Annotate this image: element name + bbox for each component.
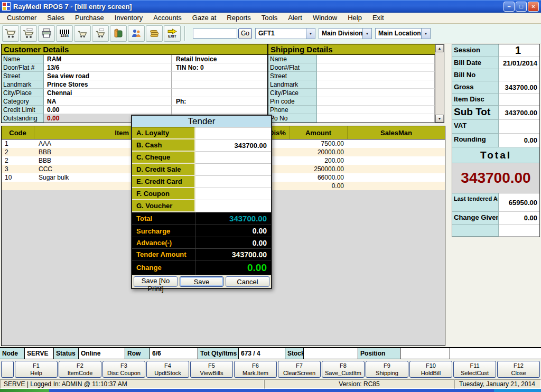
menu-tools[interactable]: Tools <box>256 13 283 23</box>
shipping-row: Door#/Flat <box>268 63 435 72</box>
menu-reports[interactable]: Reports <box>221 13 256 23</box>
customer-row-credit-limit: Credit Limit 0.00 <box>2 106 267 114</box>
field-value[interactable] <box>317 55 435 63</box>
item-salesman <box>348 156 445 165</box>
f12-close-button[interactable]: F12 Close <box>497 361 540 378</box>
basket-button[interactable] <box>74 25 91 42</box>
bill-123-button[interactable] <box>20 25 37 42</box>
store-combo[interactable]: GFT1 ▼ <box>255 28 315 39</box>
field-value[interactable] <box>317 97 435 106</box>
tin-number: TIN No: 0 <box>172 63 267 72</box>
field-value[interactable] <box>317 89 435 97</box>
tender-mode-label: C. Cheque <box>132 152 195 164</box>
item-code: 2 <box>2 148 34 156</box>
tender-mode-value[interactable] <box>195 176 271 188</box>
tender-mode-value[interactable] <box>195 152 271 164</box>
menu-help[interactable]: Help <box>342 13 367 23</box>
empty-label-cell <box>452 225 499 237</box>
field-value[interactable]: 0.00 <box>44 106 172 114</box>
f1-help-button[interactable]: F1 Help <box>15 361 58 378</box>
tender-mode-value[interactable] <box>195 200 271 212</box>
blank-function-button[interactable] <box>1 361 14 378</box>
tender-totals-section: Total 343700.00 Surcharge 0.00 Advance(-… <box>132 212 271 275</box>
tender-mode-value[interactable] <box>195 188 271 200</box>
f2-itemcode-button[interactable]: F2 ItemCode <box>59 361 101 378</box>
chevron-down-icon[interactable]: ▼ <box>306 29 315 39</box>
fkey-key: F6 <box>252 362 259 369</box>
menu-exit[interactable]: Exit <box>367 13 389 23</box>
save-no-print-button[interactable]: Save [No Print] <box>134 276 178 287</box>
f10-holdbill-button[interactable]: F10 HoldBill <box>409 361 452 378</box>
menu-accounts[interactable]: Accounts <box>148 13 186 23</box>
field-label: Landmark <box>2 80 44 89</box>
cash-button[interactable] <box>146 25 163 42</box>
field-value[interactable] <box>317 114 435 123</box>
purse-button[interactable] <box>110 25 127 42</box>
f7-clearscreen-button[interactable]: F7 ClearScreen <box>278 361 321 378</box>
field-value[interactable]: 13/6 <box>44 63 172 72</box>
quick-search-input[interactable] <box>193 29 237 39</box>
tender-buttons: Save [No Print] Save Cancel <box>132 275 271 288</box>
chevron-down-icon[interactable]: ▼ <box>421 29 430 39</box>
f3-disc-coupon-button[interactable]: F3 Disc Coupon <box>102 361 145 378</box>
chevron-down-icon[interactable]: ▼ <box>362 29 371 39</box>
field-value[interactable]: RAM <box>44 55 172 63</box>
cancel-button[interactable]: Cancel <box>226 276 269 287</box>
node-value: SERVE <box>25 348 54 359</box>
item-name: Sugar bulk <box>34 173 134 182</box>
advance-label: Advance(-) <box>132 237 195 248</box>
menu-window[interactable]: Window <box>307 13 342 23</box>
field-value[interactable]: NA <box>44 97 172 106</box>
menu-customer[interactable]: Customer <box>2 13 42 23</box>
fkey-key: F8 <box>340 362 347 369</box>
location-combo[interactable]: Main Location ▼ <box>375 28 431 39</box>
item-amount: 66000.00 <box>290 173 348 182</box>
f8-save-custitm-button[interactable]: F8 Save_CustItm <box>322 361 365 378</box>
print-button[interactable] <box>38 25 55 42</box>
restore-button[interactable]: □ <box>516 2 527 12</box>
fkey-key: F9 <box>384 362 390 369</box>
scroll-down-icon[interactable]: ▼ <box>435 115 444 123</box>
menu-alert[interactable]: Alert <box>283 13 307 23</box>
tender-mode-value[interactable] <box>195 164 271 176</box>
field-label: Outstanding <box>2 114 44 123</box>
f5-viewbills-button[interactable]: F5 ViewBills <box>190 361 233 378</box>
menu-gaze-at[interactable]: Gaze at <box>187 13 222 23</box>
f9-shipping-button[interactable]: F9 Shipping <box>366 361 408 378</box>
shipping-scrollbar[interactable]: ▲ ▼ <box>435 44 444 123</box>
go-button[interactable]: Go <box>238 28 252 39</box>
field-value[interactable]: Chennai <box>44 89 172 97</box>
node-label: Node <box>0 348 25 359</box>
menu-sales[interactable]: Sales <box>42 13 70 23</box>
field-value[interactable]: Prince Stores <box>44 80 172 89</box>
f6-mark-item-button[interactable]: F6 Mark.Item <box>234 361 277 378</box>
barcode-button[interactable]: 1234 <box>56 25 73 42</box>
shipping-row: Po No <box>268 114 435 123</box>
new-bill-button[interactable] <box>2 25 19 42</box>
field-value[interactable] <box>317 63 435 72</box>
col-header-salesman: SalesMan <box>348 126 445 139</box>
purse-icon <box>113 28 124 39</box>
field-value[interactable] <box>317 106 435 114</box>
rounding-value: 0.00 <box>499 134 539 147</box>
division-combo[interactable]: Main Division ▼ <box>319 28 372 39</box>
field-value[interactable]: Sea view road <box>44 72 172 80</box>
scroll-up-icon[interactable]: ▲ <box>435 44 444 52</box>
exit-button[interactable]: EXIT <box>164 25 181 42</box>
field-value[interactable] <box>317 80 435 89</box>
menu-purchase[interactable]: Purchase <box>70 13 109 23</box>
minimize-button[interactable]: – <box>503 2 515 12</box>
tender-mode-value[interactable]: 343700.00 <box>195 139 271 152</box>
tender-mode-row: G. Voucher <box>132 200 271 212</box>
save-button[interactable]: Save <box>180 276 223 287</box>
customers-button[interactable] <box>128 25 145 42</box>
basket-123-button[interactable] <box>92 25 109 42</box>
f4-updtstock-button[interactable]: F4 UpdtStock <box>146 361 189 378</box>
f11-selectcust-button[interactable]: F11 SelectCust <box>453 361 496 378</box>
menu-inventory[interactable]: Inventory <box>109 13 148 23</box>
start-button-sliver[interactable] <box>0 389 49 392</box>
tender-mode-value[interactable] <box>195 127 271 139</box>
advance-value: 0.00 <box>195 237 271 248</box>
field-value[interactable] <box>317 72 435 80</box>
close-button[interactable]: × <box>528 2 539 12</box>
